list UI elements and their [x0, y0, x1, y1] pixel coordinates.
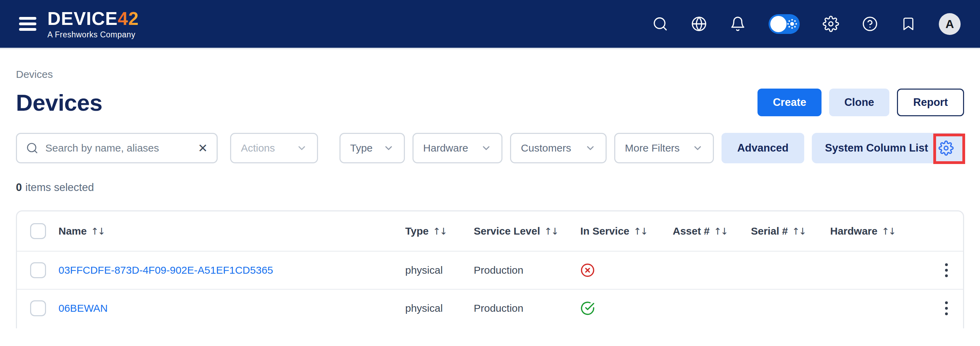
- menu-icon[interactable]: [19, 17, 37, 31]
- brand-accent-text: 42: [118, 10, 139, 28]
- selection-label: items selected: [25, 181, 94, 194]
- device-name-link[interactable]: 06BEWAN: [59, 302, 108, 314]
- more-filters-label: More Filters: [625, 142, 679, 154]
- device-type: physical: [405, 302, 474, 314]
- search-box: ✕: [16, 133, 218, 163]
- row-checkbox[interactable]: [30, 262, 46, 278]
- device-service-level: Production: [474, 302, 580, 314]
- hardware-filter-dropdown[interactable]: Hardware: [412, 133, 503, 163]
- row-menu-icon[interactable]: [943, 261, 950, 279]
- brand-main-text: DEVICE: [48, 10, 118, 28]
- column-header-serial-number[interactable]: Serial #↑↓: [751, 225, 830, 237]
- in-service-icon: [580, 301, 595, 316]
- sort-icon[interactable]: ↑↓: [91, 226, 105, 236]
- sort-icon[interactable]: ↑↓: [433, 226, 446, 236]
- sort-icon[interactable]: ↑↓: [544, 226, 558, 236]
- chevron-down-icon: [296, 143, 307, 154]
- sun-icon: [787, 19, 797, 29]
- table-header-row: Name↑↓ Type↑↓ Service Level↑↓ In Service…: [17, 211, 963, 251]
- language-globe-icon[interactable]: [691, 16, 707, 32]
- settings-gear-icon[interactable]: [822, 16, 839, 32]
- search-icon: [26, 142, 38, 154]
- create-button[interactable]: Create: [757, 89, 821, 116]
- selection-status: 0items selected: [16, 181, 964, 194]
- help-icon[interactable]: [862, 16, 878, 32]
- chevron-down-icon: [585, 143, 596, 154]
- system-column-list-label: System Column List: [825, 142, 928, 154]
- not-in-service-icon: [580, 263, 595, 278]
- chevron-down-icon: [383, 143, 394, 154]
- more-filters-dropdown[interactable]: More Filters: [614, 133, 714, 163]
- chevron-down-icon: [692, 143, 703, 154]
- brand-wordmark: DEVICE42: [48, 10, 139, 28]
- sort-icon[interactable]: ↑↓: [882, 226, 895, 236]
- chevron-down-icon: [480, 143, 492, 154]
- avatar-initial: A: [945, 17, 954, 31]
- system-column-list-button[interactable]: System Column List: [812, 133, 964, 163]
- column-header-type[interactable]: Type↑↓: [405, 225, 474, 237]
- top-navbar: DEVICE42 A Freshworks Company A: [0, 0, 980, 49]
- search-icon[interactable]: [652, 16, 668, 32]
- column-header-asset-number[interactable]: Asset #↑↓: [673, 225, 751, 237]
- clone-button[interactable]: Clone: [829, 89, 889, 116]
- type-filter-dropdown[interactable]: Type: [339, 133, 405, 163]
- page-content: Devices Devices Create Clone Report ✕ Ac…: [0, 68, 980, 329]
- device42-logo[interactable]: DEVICE42 A Freshworks Company: [48, 10, 139, 39]
- column-settings-gear-icon[interactable]: [939, 140, 954, 156]
- row-checkbox[interactable]: [30, 300, 46, 316]
- device-name-link[interactable]: 03FFCDFE-873D-4F09-902E-A51EF1CD5365: [59, 264, 273, 276]
- sort-icon[interactable]: ↑↓: [714, 226, 727, 236]
- customers-filter-label: Customers: [521, 142, 571, 154]
- devices-table: Name↑↓ Type↑↓ Service Level↑↓ In Service…: [16, 210, 964, 329]
- notifications-bell-icon[interactable]: [730, 16, 746, 32]
- selection-count: 0: [16, 181, 22, 194]
- clear-search-icon[interactable]: ✕: [198, 142, 208, 154]
- column-header-service-level[interactable]: Service Level↑↓: [474, 225, 580, 237]
- navbar-left: DEVICE42 A Freshworks Company: [19, 10, 139, 39]
- actions-dropdown[interactable]: Actions: [230, 133, 318, 163]
- table-row: 03FFCDFE-873D-4F09-902E-A51EF1CD5365 phy…: [17, 251, 963, 289]
- type-filter-label: Type: [350, 142, 373, 154]
- select-all-checkbox[interactable]: [30, 223, 46, 239]
- theme-toggle-knob: [770, 16, 787, 32]
- column-header-hardware[interactable]: Hardware↑↓: [830, 225, 930, 237]
- navbar-right: A: [652, 13, 961, 35]
- device-service-level: Production: [474, 264, 580, 276]
- brand-tagline: A Freshworks Company: [48, 31, 139, 39]
- hardware-filter-label: Hardware: [423, 142, 468, 154]
- sort-icon[interactable]: ↑↓: [633, 226, 647, 236]
- report-button[interactable]: Report: [897, 89, 964, 116]
- row-menu-icon[interactable]: [943, 299, 950, 317]
- page-title: Devices: [16, 89, 102, 116]
- actions-dropdown-label: Actions: [241, 142, 275, 154]
- title-actions: Create Clone Report: [757, 89, 964, 116]
- breadcrumb[interactable]: Devices: [16, 68, 53, 80]
- avatar[interactable]: A: [939, 13, 961, 35]
- column-header-in-service[interactable]: In Service↑↓: [580, 225, 673, 237]
- advanced-button[interactable]: Advanced: [722, 133, 804, 163]
- device-type: physical: [405, 264, 474, 276]
- customers-filter-dropdown[interactable]: Customers: [510, 133, 606, 163]
- filter-toolbar: ✕ Actions Type Hardware Customers More F…: [16, 133, 964, 163]
- table-row: 06BEWAN physical Production: [17, 289, 963, 327]
- column-header-name[interactable]: Name↑↓: [59, 225, 405, 237]
- theme-toggle[interactable]: [768, 14, 800, 34]
- search-input[interactable]: [45, 142, 191, 154]
- bookmarks-icon[interactable]: [901, 16, 916, 32]
- title-row: Devices Create Clone Report: [16, 89, 964, 116]
- sort-icon[interactable]: ↑↓: [792, 226, 806, 236]
